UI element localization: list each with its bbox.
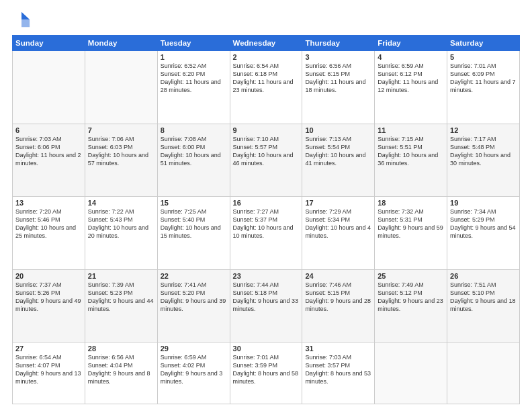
day-info: Sunrise: 7:10 AM Sunset: 5:57 PM Dayligh…	[233, 135, 300, 168]
calendar-cell: 18Sunrise: 7:32 AM Sunset: 5:31 PM Dayli…	[375, 197, 447, 270]
day-info: Sunrise: 7:03 AM Sunset: 6:06 PM Dayligh…	[15, 135, 82, 168]
day-number: 5	[450, 53, 517, 61]
day-number: 19	[450, 199, 517, 207]
day-number: 28	[88, 345, 154, 353]
day-info: Sunrise: 7:37 AM Sunset: 5:26 PM Dayligh…	[15, 281, 82, 314]
day-number: 10	[305, 126, 371, 134]
logo	[12, 11, 34, 30]
day-info: Sunrise: 6:59 AM Sunset: 4:02 PM Dayligh…	[161, 353, 227, 386]
weekday-header-saturday: Saturday	[447, 36, 520, 51]
calendar-cell: 8Sunrise: 7:08 AM Sunset: 6:00 PM Daylig…	[157, 124, 230, 197]
day-number: 6	[15, 126, 82, 134]
calendar-cell: 28Sunrise: 6:56 AM Sunset: 4:04 PM Dayli…	[85, 342, 157, 404]
day-number: 20	[15, 272, 82, 280]
calendar-cell: 27Sunrise: 6:54 AM Sunset: 4:07 PM Dayli…	[13, 342, 85, 404]
calendar-cell	[375, 342, 447, 404]
day-info: Sunrise: 7:06 AM Sunset: 6:03 PM Dayligh…	[88, 135, 154, 168]
day-number: 29	[161, 345, 227, 353]
calendar-cell: 10Sunrise: 7:13 AM Sunset: 5:54 PM Dayli…	[302, 124, 375, 197]
day-number: 18	[378, 199, 444, 207]
day-number: 14	[88, 199, 154, 207]
day-info: Sunrise: 7:29 AM Sunset: 5:34 PM Dayligh…	[305, 208, 371, 240]
calendar-cell: 14Sunrise: 7:22 AM Sunset: 5:43 PM Dayli…	[85, 197, 157, 270]
day-number: 26	[450, 272, 517, 280]
calendar-cell: 19Sunrise: 7:34 AM Sunset: 5:29 PM Dayli…	[447, 197, 520, 270]
day-info: Sunrise: 7:01 AM Sunset: 6:09 PM Dayligh…	[450, 62, 517, 95]
calendar-cell: 26Sunrise: 7:51 AM Sunset: 5:10 PM Dayli…	[447, 269, 520, 342]
day-info: Sunrise: 6:56 AM Sunset: 6:15 PM Dayligh…	[305, 62, 371, 95]
day-number: 13	[15, 199, 82, 207]
logo-icon	[12, 11, 31, 30]
weekday-header-sunday: Sunday	[13, 36, 85, 51]
weekday-header-thursday: Thursday	[302, 36, 375, 51]
day-number: 27	[15, 345, 82, 353]
calendar-cell: 7Sunrise: 7:06 AM Sunset: 6:03 PM Daylig…	[85, 124, 157, 197]
calendar-cell: 15Sunrise: 7:25 AM Sunset: 5:40 PM Dayli…	[157, 197, 230, 270]
day-info: Sunrise: 7:22 AM Sunset: 5:43 PM Dayligh…	[88, 208, 154, 240]
calendar-cell: 31Sunrise: 7:03 AM Sunset: 3:57 PM Dayli…	[302, 342, 375, 404]
day-info: Sunrise: 7:51 AM Sunset: 5:10 PM Dayligh…	[450, 281, 517, 314]
day-number: 9	[233, 126, 300, 134]
calendar-cell	[447, 342, 520, 404]
day-info: Sunrise: 7:17 AM Sunset: 5:48 PM Dayligh…	[450, 135, 517, 168]
svg-marker-0	[21, 12, 30, 19]
weekday-header-tuesday: Tuesday	[157, 36, 230, 51]
day-info: Sunrise: 6:54 AM Sunset: 6:18 PM Dayligh…	[233, 62, 300, 95]
calendar-cell: 25Sunrise: 7:49 AM Sunset: 5:12 PM Dayli…	[375, 269, 447, 342]
weekday-header-wednesday: Wednesday	[230, 36, 302, 51]
calendar-cell	[13, 51, 85, 124]
calendar-cell: 2Sunrise: 6:54 AM Sunset: 6:18 PM Daylig…	[230, 51, 302, 124]
day-number: 4	[378, 53, 444, 61]
day-info: Sunrise: 7:15 AM Sunset: 5:51 PM Dayligh…	[378, 135, 444, 168]
calendar-cell: 11Sunrise: 7:15 AM Sunset: 5:51 PM Dayli…	[375, 124, 447, 197]
header	[12, 11, 520, 30]
day-info: Sunrise: 7:08 AM Sunset: 6:00 PM Dayligh…	[161, 135, 227, 168]
calendar-cell: 4Sunrise: 6:59 AM Sunset: 6:12 PM Daylig…	[375, 51, 447, 124]
day-info: Sunrise: 7:01 AM Sunset: 3:59 PM Dayligh…	[233, 353, 300, 386]
day-number: 3	[305, 53, 371, 61]
day-number: 12	[450, 126, 517, 134]
day-info: Sunrise: 6:54 AM Sunset: 4:07 PM Dayligh…	[15, 353, 82, 386]
calendar-cell: 23Sunrise: 7:44 AM Sunset: 5:18 PM Dayli…	[230, 269, 302, 342]
day-number: 2	[233, 53, 300, 61]
calendar-cell: 1Sunrise: 6:52 AM Sunset: 6:20 PM Daylig…	[157, 51, 230, 124]
calendar-cell: 16Sunrise: 7:27 AM Sunset: 5:37 PM Dayli…	[230, 197, 302, 270]
day-number: 25	[378, 272, 444, 280]
day-number: 16	[233, 199, 300, 207]
day-info: Sunrise: 7:25 AM Sunset: 5:40 PM Dayligh…	[161, 208, 227, 240]
day-number: 8	[161, 126, 227, 134]
day-number: 24	[305, 272, 371, 280]
calendar-cell: 12Sunrise: 7:17 AM Sunset: 5:48 PM Dayli…	[447, 124, 520, 197]
calendar-cell: 13Sunrise: 7:20 AM Sunset: 5:46 PM Dayli…	[13, 197, 85, 270]
day-info: Sunrise: 7:13 AM Sunset: 5:54 PM Dayligh…	[305, 135, 371, 168]
calendar-cell: 17Sunrise: 7:29 AM Sunset: 5:34 PM Dayli…	[302, 197, 375, 270]
day-info: Sunrise: 7:27 AM Sunset: 5:37 PM Dayligh…	[233, 208, 300, 240]
day-number: 1	[161, 53, 227, 61]
calendar-cell: 9Sunrise: 7:10 AM Sunset: 5:57 PM Daylig…	[230, 124, 302, 197]
weekday-header-row: SundayMondayTuesdayWednesdayThursdayFrid…	[13, 36, 520, 51]
weekday-header-friday: Friday	[375, 36, 447, 51]
day-info: Sunrise: 6:59 AM Sunset: 6:12 PM Dayligh…	[378, 62, 444, 95]
day-info: Sunrise: 7:49 AM Sunset: 5:12 PM Dayligh…	[378, 281, 444, 314]
calendar-cell: 24Sunrise: 7:46 AM Sunset: 5:15 PM Dayli…	[302, 269, 375, 342]
day-info: Sunrise: 7:44 AM Sunset: 5:18 PM Dayligh…	[233, 281, 300, 314]
day-info: Sunrise: 6:52 AM Sunset: 6:20 PM Dayligh…	[161, 62, 227, 95]
day-info: Sunrise: 7:39 AM Sunset: 5:23 PM Dayligh…	[88, 281, 154, 314]
day-number: 30	[233, 345, 300, 353]
day-number: 17	[305, 199, 371, 207]
day-number: 7	[88, 126, 154, 134]
day-number: 22	[161, 272, 227, 280]
weekday-header-monday: Monday	[85, 36, 157, 51]
calendar-cell: 21Sunrise: 7:39 AM Sunset: 5:23 PM Dayli…	[85, 269, 157, 342]
page: SundayMondayTuesdayWednesdayThursdayFrid…	[0, 0, 532, 411]
calendar-cell: 22Sunrise: 7:41 AM Sunset: 5:20 PM Dayli…	[157, 269, 230, 342]
day-number: 15	[161, 199, 227, 207]
day-info: Sunrise: 7:46 AM Sunset: 5:15 PM Dayligh…	[305, 281, 371, 314]
day-number: 23	[233, 272, 300, 280]
day-number: 31	[305, 345, 371, 353]
calendar-cell: 3Sunrise: 6:56 AM Sunset: 6:15 PM Daylig…	[302, 51, 375, 124]
day-number: 11	[378, 126, 444, 134]
calendar-cell: 30Sunrise: 7:01 AM Sunset: 3:59 PM Dayli…	[230, 342, 302, 404]
calendar-cell: 5Sunrise: 7:01 AM Sunset: 6:09 PM Daylig…	[447, 51, 520, 124]
day-info: Sunrise: 7:32 AM Sunset: 5:31 PM Dayligh…	[378, 208, 444, 240]
